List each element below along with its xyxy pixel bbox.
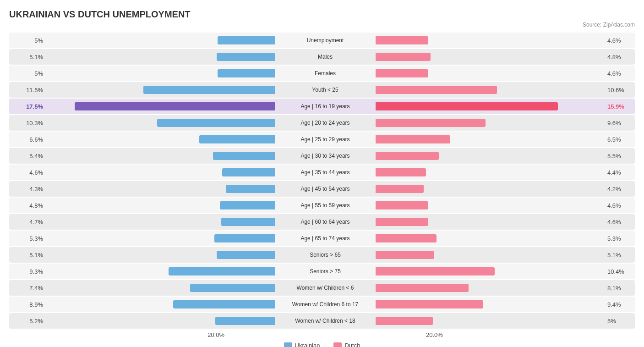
left-bar: [214, 234, 275, 242]
right-value: 10.4%: [605, 268, 641, 275]
right-bar: [376, 69, 428, 77]
right-bar: [376, 251, 434, 259]
row-label: Age | 30 to 34 years: [275, 153, 376, 159]
left-bar-area: [46, 36, 275, 44]
chart-row: 11.5% Youth < 25 10.6%: [9, 82, 635, 98]
left-bar: [218, 36, 275, 44]
right-bar: [376, 102, 558, 110]
left-value: 4.3%: [9, 186, 46, 193]
right-value: 8.1%: [605, 285, 641, 292]
chart-row: 5% Females 4.6%: [9, 66, 635, 81]
left-bar: [190, 284, 275, 292]
chart-row: 5.2% Women w/ Children < 18 5%: [9, 313, 635, 329]
right-value: 5.5%: [605, 153, 641, 160]
right-bar: [376, 201, 428, 209]
right-bar: [376, 53, 431, 61]
right-value: 10.6%: [605, 87, 641, 94]
left-bar: [217, 251, 275, 259]
right-value: 4.6%: [605, 219, 641, 226]
left-bar: [75, 102, 275, 110]
left-value: 9.3%: [9, 268, 46, 275]
chart-row: 5.3% Age | 65 to 74 years 5.3%: [9, 231, 635, 246]
ukrainian-color-box: [284, 342, 292, 347]
left-bar: [221, 218, 275, 226]
right-bar-area: [376, 284, 605, 292]
dutch-color-box: [333, 342, 342, 347]
chart-row: 4.6% Age | 35 to 44 years 4.4%: [9, 165, 635, 180]
right-bar-area: [376, 251, 605, 259]
left-value: 8.9%: [9, 301, 46, 308]
row-label: Age | 65 to 74 years: [275, 235, 376, 242]
chart-row: 5.4% Age | 30 to 34 years 5.5%: [9, 148, 635, 164]
chart-row: 4.7% Age | 60 to 64 years 4.6%: [9, 214, 635, 230]
right-bar: [376, 119, 486, 127]
row-label: Women w/ Children < 6: [275, 285, 376, 291]
right-bar: [376, 168, 426, 176]
left-value: 11.5%: [9, 87, 46, 94]
left-bar: [222, 168, 275, 176]
right-bar-area: [376, 36, 605, 44]
row-label: Women w/ Children < 18: [275, 318, 376, 324]
left-bar-area: [46, 284, 275, 292]
left-bar: [213, 152, 275, 160]
left-bar-area: [46, 267, 275, 275]
chart-row: 6.6% Age | 25 to 29 years 6.5%: [9, 132, 635, 147]
left-value: 4.7%: [9, 219, 46, 226]
right-bar-area: [376, 201, 605, 209]
left-bar-area: [46, 234, 275, 242]
left-value: 5.3%: [9, 235, 46, 242]
left-bar-area: [46, 152, 275, 160]
right-bar: [376, 267, 495, 275]
right-value: 5%: [605, 318, 641, 325]
left-value: 10.3%: [9, 120, 46, 127]
right-bar-area: [376, 185, 605, 193]
right-bar-area: [376, 102, 605, 110]
chart-area: 5% Unemployment 4.6% 5.1% Males 4.8% 5% …: [9, 33, 635, 329]
row-label: Youth < 25: [275, 87, 376, 93]
chart-title: UKRAINIAN VS DUTCH UNEMPLOYMENT: [9, 9, 635, 20]
left-bar: [217, 53, 275, 61]
left-bar: [226, 185, 275, 193]
left-bar-area: [46, 86, 275, 94]
chart-container: UKRAINIAN VS DUTCH UNEMPLOYMENT Source: …: [0, 0, 644, 347]
row-label: Seniors > 65: [275, 252, 376, 258]
left-bar: [157, 119, 275, 127]
right-value: 5.3%: [605, 235, 641, 242]
left-bar-area: [46, 185, 275, 193]
row-label: Age | 25 to 29 years: [275, 136, 376, 143]
chart-row: 10.3% Age | 20 to 24 years 9.6%: [9, 115, 635, 131]
chart-row: 4.8% Age | 55 to 59 years 4.6%: [9, 198, 635, 213]
axis-left-label: 20.0%: [46, 331, 275, 338]
right-bar: [376, 185, 424, 193]
row-label: Females: [275, 70, 376, 77]
row-label: Age | 16 to 19 years: [275, 103, 376, 110]
chart-row: 5.1% Seniors > 65 5.1%: [9, 247, 635, 263]
left-bar-area: [46, 201, 275, 209]
right-bar: [376, 284, 469, 292]
right-bar: [376, 36, 428, 44]
right-value: 15.9%: [605, 103, 641, 110]
left-bar-area: [46, 251, 275, 259]
left-value: 6.6%: [9, 136, 46, 143]
right-bar: [376, 135, 450, 143]
right-value: 4.2%: [605, 186, 641, 193]
right-value: 9.4%: [605, 301, 641, 308]
left-value: 5%: [9, 37, 46, 44]
right-value: 5.1%: [605, 252, 641, 259]
right-bar: [376, 152, 439, 160]
right-value: 4.6%: [605, 37, 641, 44]
right-value: 4.8%: [605, 54, 641, 61]
row-label: Males: [275, 54, 376, 60]
row-label: Age | 35 to 44 years: [275, 169, 376, 176]
left-value: 5%: [9, 70, 46, 77]
row-label: Seniors > 75: [275, 268, 376, 275]
left-value: 17.5%: [9, 103, 46, 110]
left-value: 7.4%: [9, 285, 46, 292]
left-value: 5.2%: [9, 318, 46, 325]
left-bar-area: [46, 119, 275, 127]
chart-row: 5% Unemployment 4.6%: [9, 33, 635, 48]
chart-row: 4.3% Age | 45 to 54 years 4.2%: [9, 181, 635, 197]
left-bar: [218, 69, 275, 77]
row-label: Age | 20 to 24 years: [275, 120, 376, 126]
right-bar-area: [376, 300, 605, 308]
